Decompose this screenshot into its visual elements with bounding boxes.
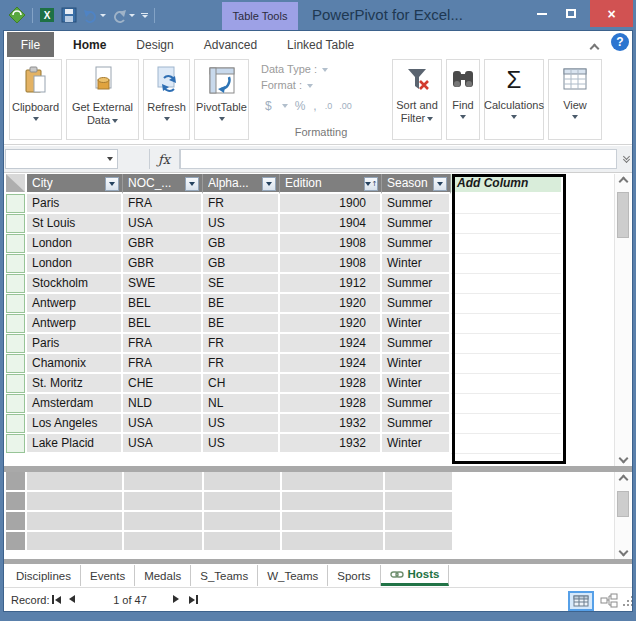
add-column-header[interactable]: Add Column <box>451 174 561 194</box>
tab-design[interactable]: Design <box>121 32 188 57</box>
row-header[interactable] <box>6 414 27 434</box>
undo-dropdown-caret[interactable] <box>100 14 106 17</box>
cell[interactable]: Amsterdam <box>27 394 123 414</box>
cell[interactable]: Summer <box>382 414 451 434</box>
grid-vertical-scrollbar[interactable] <box>614 174 631 466</box>
cell[interactable]: NL <box>203 394 280 414</box>
row-header[interactable] <box>6 334 27 354</box>
cell[interactable]: Winter <box>382 314 451 334</box>
sheet-tab-sports[interactable]: Sports <box>328 565 380 586</box>
help-button[interactable]: ? <box>611 33 629 51</box>
cell[interactable]: Antwerp <box>27 294 123 314</box>
cell[interactable]: 1924 <box>280 334 382 354</box>
calc-cell[interactable] <box>124 532 205 552</box>
cell[interactable]: BE <box>203 294 280 314</box>
row-header[interactable] <box>6 194 27 214</box>
cell[interactable]: FR <box>203 354 280 374</box>
undo-button[interactable] <box>83 8 106 23</box>
sheet-tab-w-teams[interactable]: W_Teams <box>258 565 328 586</box>
add-column-cell[interactable] <box>451 374 561 394</box>
cell[interactable]: BEL <box>123 314 203 334</box>
row-header[interactable] <box>6 374 27 394</box>
cell[interactable]: NLD <box>123 394 203 414</box>
calc-cell[interactable] <box>385 472 454 492</box>
cell[interactable]: Summer <box>382 394 451 414</box>
column-header-edition[interactable]: Edition↑ <box>280 174 382 194</box>
cell[interactable]: Summer <box>382 214 451 234</box>
redo-button[interactable] <box>112 8 135 23</box>
calc-cell[interactable] <box>27 532 124 552</box>
cell[interactable]: GB <box>203 234 280 254</box>
row-header[interactable] <box>6 314 27 334</box>
calc-cell[interactable] <box>385 492 454 512</box>
row-header[interactable] <box>6 274 27 294</box>
cell[interactable]: CH <box>203 374 280 394</box>
cell[interactable]: 1900 <box>280 194 382 214</box>
cell[interactable]: FR <box>203 334 280 354</box>
name-box[interactable] <box>5 149 118 169</box>
refresh-button[interactable]: Refresh <box>143 59 190 140</box>
pivottable-button[interactable]: PivotTable <box>194 59 249 140</box>
row-header[interactable] <box>6 294 27 314</box>
cell[interactable]: Lake Placid <box>27 434 123 454</box>
filter-button[interactable] <box>262 177 276 191</box>
cell[interactable]: SE <box>203 274 280 294</box>
calc-cell[interactable] <box>385 512 454 532</box>
scroll-up-button[interactable] <box>615 472 631 487</box>
cell[interactable]: US <box>203 214 280 234</box>
cell[interactable]: 1912 <box>280 274 382 294</box>
close-button[interactable]: × <box>590 0 633 27</box>
add-column-cell[interactable] <box>451 414 561 434</box>
cell[interactable]: SWE <box>123 274 203 294</box>
cell[interactable]: CHE <box>123 374 203 394</box>
calc-cell[interactable] <box>204 492 282 512</box>
cell[interactable]: 1904 <box>280 214 382 234</box>
filter-button[interactable] <box>105 177 119 191</box>
column-header-noc[interactable]: NOC_... <box>123 174 203 194</box>
last-record-button[interactable] <box>189 595 198 604</box>
cell[interactable]: GBR <box>123 254 203 274</box>
calc-cell[interactable] <box>124 472 205 492</box>
find-button[interactable]: Find <box>446 59 480 140</box>
expand-formula-bar-button[interactable] <box>620 150 633 168</box>
cell[interactable]: 1932 <box>280 414 382 434</box>
add-column-cell[interactable] <box>451 334 561 354</box>
add-column-cell[interactable] <box>451 434 561 454</box>
cell[interactable]: Winter <box>382 374 451 394</box>
calc-vertical-scrollbar[interactable] <box>614 472 631 559</box>
first-record-button[interactable] <box>52 595 61 604</box>
scrollbar-thumb[interactable] <box>617 192 629 238</box>
cell[interactable]: Winter <box>382 434 451 454</box>
sheet-tab-medals[interactable]: Medals <box>135 565 191 586</box>
add-column-cell[interactable] <box>451 234 561 254</box>
cell[interactable]: Los Angeles <box>27 414 123 434</box>
column-header-season[interactable]: Season <box>382 174 451 194</box>
cell[interactable]: USA <box>123 434 203 454</box>
cell[interactable]: 1908 <box>280 234 382 254</box>
cell[interactable]: Paris <box>27 194 123 214</box>
add-column-cell[interactable] <box>451 214 561 234</box>
collapse-ribbon-button[interactable] <box>591 38 600 47</box>
calc-cell[interactable] <box>204 532 282 552</box>
cell[interactable]: Summer <box>382 194 451 214</box>
cell[interactable]: BE <box>203 314 280 334</box>
tab-file[interactable]: File <box>7 32 54 57</box>
resize-grip[interactable] <box>623 596 633 606</box>
cell[interactable]: Summer <box>382 234 451 254</box>
filter-button[interactable] <box>433 177 447 191</box>
cell[interactable]: BEL <box>123 294 203 314</box>
sort-and-filter-button[interactable]: Sort and Filter <box>392 59 442 140</box>
row-header[interactable] <box>6 354 27 374</box>
cell[interactable]: 1920 <box>280 314 382 334</box>
cell[interactable]: FRA <box>123 194 203 214</box>
sheet-tab-hosts[interactable]: Hosts <box>381 565 450 586</box>
add-column-cell[interactable] <box>451 394 561 414</box>
cell[interactable]: 1932 <box>280 434 382 454</box>
column-header-city[interactable]: City <box>27 174 123 194</box>
cell[interactable]: Winter <box>382 354 451 374</box>
add-column-cell[interactable] <box>451 314 561 334</box>
row-header[interactable] <box>6 214 27 234</box>
tab-linked-table[interactable]: Linked Table <box>272 32 369 57</box>
diagram-view-button[interactable] <box>599 591 619 611</box>
cell[interactable]: 1928 <box>280 374 382 394</box>
